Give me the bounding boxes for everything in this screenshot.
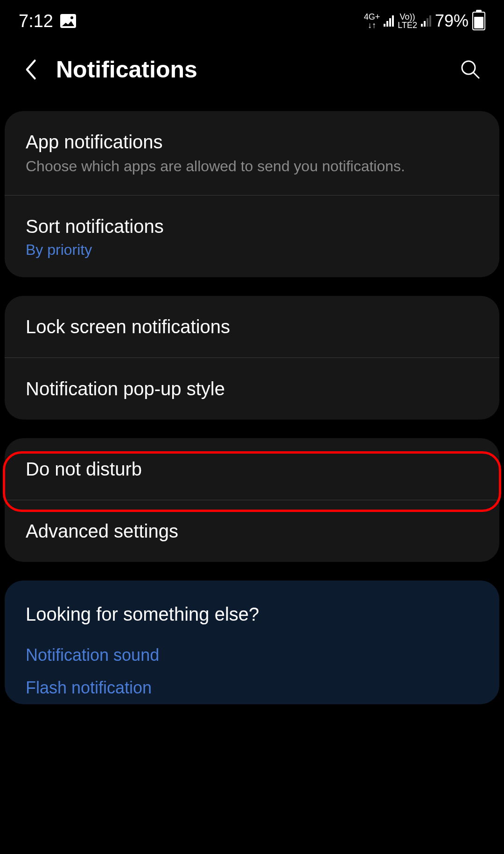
- page-title: Notifications: [56, 56, 197, 83]
- settings-group: App notifications Choose which apps are …: [5, 111, 499, 277]
- item-title: Lock screen notifications: [26, 315, 478, 339]
- suggestion-card: Looking for something else? Notification…: [5, 581, 499, 704]
- settings-content: App notifications Choose which apps are …: [0, 111, 504, 704]
- search-button[interactable]: [460, 59, 481, 80]
- battery-icon: [472, 12, 485, 30]
- item-title: Advanced settings: [26, 519, 478, 543]
- status-time: 7:12: [19, 11, 53, 31]
- status-right: 4G+ ↓↑ Vo)) LTE2 79%: [364, 11, 485, 31]
- item-value: By priority: [26, 241, 478, 259]
- signal-bars-icon: [384, 15, 394, 27]
- page-header: Notifications: [0, 37, 504, 111]
- network-4g-indicator: 4G+ ↓↑: [364, 13, 380, 29]
- link-flash-notification[interactable]: Flash notification: [5, 672, 499, 704]
- svg-line-1: [474, 73, 479, 78]
- item-sort-notifications[interactable]: Sort notifications By priority: [5, 195, 499, 277]
- item-title: Do not disturb: [26, 457, 478, 481]
- item-title: Notification pop-up style: [26, 377, 478, 401]
- battery-percentage: 79%: [435, 11, 469, 31]
- item-title: App notifications: [26, 130, 478, 154]
- search-icon: [460, 59, 481, 80]
- item-do-not-disturb[interactable]: Do not disturb: [5, 438, 499, 500]
- settings-group: Do not disturb Advanced settings: [5, 438, 499, 562]
- item-advanced-settings[interactable]: Advanced settings: [5, 500, 499, 562]
- item-lock-screen-notifications[interactable]: Lock screen notifications: [5, 296, 499, 357]
- settings-group: Lock screen notifications Notification p…: [5, 296, 499, 420]
- svg-point-0: [462, 61, 475, 74]
- network-volte-indicator: Vo)) LTE2: [398, 13, 417, 29]
- item-description: Choose which apps are allowed to send yo…: [26, 157, 478, 176]
- item-title: Sort notifications: [26, 214, 478, 238]
- item-notification-popup-style[interactable]: Notification pop-up style: [5, 357, 499, 420]
- status-bar: 7:12 4G+ ↓↑ Vo)) LTE2 79%: [0, 0, 504, 37]
- status-left: 7:12: [19, 11, 76, 31]
- signal-bars-icon: [421, 15, 431, 27]
- back-button[interactable]: [23, 58, 37, 81]
- link-notification-sound[interactable]: Notification sound: [5, 639, 499, 672]
- suggestion-title: Looking for something else?: [5, 581, 499, 639]
- item-app-notifications[interactable]: App notifications Choose which apps are …: [5, 111, 499, 195]
- picture-icon: [60, 14, 76, 28]
- chevron-left-icon: [23, 58, 37, 81]
